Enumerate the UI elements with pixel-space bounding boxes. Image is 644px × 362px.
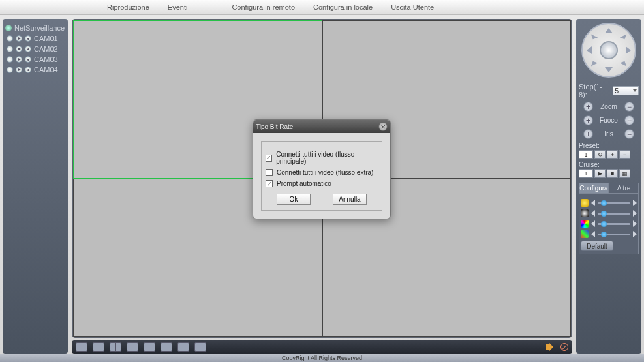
camera-label: CAM04 (34, 66, 58, 74)
dialog-titlebar[interactable]: Tipo Bit Rate ✕ (253, 120, 390, 133)
ptz-down[interactable] (605, 67, 613, 72)
default-button[interactable]: Default (581, 241, 613, 251)
ok-button[interactable]: Ok (277, 194, 311, 205)
cruise-stop-icon[interactable]: ■ (607, 169, 618, 178)
record-icon[interactable] (25, 35, 31, 42)
mute-icon[interactable] (560, 343, 568, 351)
record-all-icon[interactable] (177, 342, 189, 352)
ptz-up-left[interactable] (591, 33, 598, 39)
iris-close-button[interactable]: − (624, 129, 634, 139)
option-extra-label: Connetti tutti i video (flusso extra) (277, 169, 373, 176)
brightness-slider[interactable] (598, 202, 630, 204)
preset-refresh-icon[interactable]: ↻ (594, 150, 606, 159)
iris-label: Iris (597, 130, 621, 138)
snapshot-icon[interactable] (161, 342, 172, 352)
step-select[interactable]: 5 (613, 86, 639, 95)
hue-slider[interactable] (598, 234, 630, 235)
ptz-right[interactable] (626, 46, 631, 54)
zoom-label: Zoom (597, 103, 621, 110)
bitrate-dialog: Tipo Bit Rate ✕ ✓ Connetti tutti i video… (253, 119, 391, 219)
checkbox-auto-prompt[interactable]: ✓ (266, 180, 273, 187)
preset-value[interactable]: 1 (579, 150, 593, 159)
hue-inc[interactable] (633, 231, 637, 237)
footer: CopyRight All Rights Reserved (0, 354, 644, 362)
saturation-dec[interactable] (591, 220, 595, 227)
contrast-inc[interactable] (633, 210, 637, 217)
ptz-down-left[interactable] (591, 61, 598, 68)
iris-open-button[interactable]: + (583, 129, 593, 139)
cancel-button[interactable]: Annulla (333, 194, 367, 205)
dialog-title: Tipo Bit Rate (256, 123, 293, 130)
focus-label: Fuoco (597, 117, 621, 124)
hue-icon (581, 230, 589, 238)
brightness-dec[interactable] (591, 200, 595, 206)
ptz-down-right[interactable] (620, 61, 626, 68)
record-icon[interactable] (25, 56, 31, 63)
tab-configure[interactable]: Configura (579, 183, 609, 193)
camera-label: CAM03 (34, 55, 58, 63)
camera-item[interactable]: CAM01 (5, 33, 65, 44)
cruise-value[interactable]: 1 (579, 169, 593, 178)
camera-item[interactable]: CAM04 (5, 65, 65, 75)
step-label: Step(1-8): (579, 83, 610, 98)
ptz-left[interactable] (587, 46, 592, 54)
cruise-play-icon[interactable]: ▶ (594, 169, 606, 178)
play-icon[interactable] (16, 46, 22, 52)
camera-item[interactable]: CAM03 (5, 54, 65, 65)
preset-add-icon[interactable]: + (607, 150, 618, 159)
zoom-out-button[interactable]: − (624, 102, 634, 112)
camera-item[interactable]: CAM02 (5, 44, 65, 54)
contrast-slider[interactable] (598, 213, 630, 215)
zoom-in-button[interactable]: + (583, 102, 593, 112)
menu-playback[interactable]: Riproduzione (98, 0, 159, 14)
menu-events[interactable]: Eventi (159, 0, 197, 14)
ptz-up[interactable] (605, 28, 613, 33)
saturation-icon (581, 220, 589, 228)
checkbox-extra-stream[interactable] (266, 169, 273, 176)
checkbox-main-stream[interactable]: ✓ (266, 155, 272, 162)
option-main-label: Connetti tutti i video (flusso principal… (276, 151, 378, 165)
volume-icon[interactable] (546, 342, 555, 352)
hue-dec[interactable] (591, 231, 595, 237)
camera-label: CAM01 (34, 35, 58, 42)
play-icon[interactable] (16, 56, 22, 63)
menu-local-config[interactable]: Configura in locale (304, 0, 382, 14)
close-icon[interactable]: ✕ (378, 122, 388, 131)
play-icon[interactable] (16, 67, 22, 73)
menu-logout[interactable]: Uscita Utente (382, 0, 443, 14)
focus-out-button[interactable]: − (624, 115, 634, 125)
option-prompt-label: Prompt automatico (277, 180, 331, 187)
brightness-inc[interactable] (633, 200, 637, 206)
menu-remote-config[interactable]: Configura in remoto (222, 0, 304, 14)
device-root-label: NetSurveillance (14, 24, 65, 32)
device-root[interactable]: NetSurveillance (5, 23, 65, 33)
step-value: 5 (615, 87, 619, 95)
focus-in-button[interactable]: + (583, 115, 593, 125)
layout-16-icon[interactable] (144, 342, 155, 352)
top-menu: Riproduzione Eventi Configura in remoto … (0, 0, 644, 15)
ptz-up-right[interactable] (620, 33, 626, 39)
device-tree: NetSurveillance CAM01 CAM02 CAM03 CAM04 (3, 19, 68, 354)
stop-all-icon[interactable] (194, 342, 206, 352)
cruise-grid-icon[interactable]: ▦ (619, 169, 630, 178)
layout-4-icon[interactable] (110, 342, 121, 352)
preset-remove-icon[interactable]: − (619, 150, 630, 159)
ptz-center[interactable] (600, 41, 618, 59)
record-icon[interactable] (25, 67, 31, 73)
play-icon[interactable] (16, 35, 22, 42)
status-dot-icon (7, 67, 13, 73)
status-dot-icon (7, 46, 13, 52)
saturation-slider[interactable] (598, 223, 630, 225)
color-config-body: Default (579, 193, 639, 254)
tab-other[interactable]: Altre (609, 183, 639, 193)
record-icon[interactable] (25, 46, 31, 52)
fullscreen-icon[interactable] (76, 342, 87, 352)
layout-9-icon[interactable] (127, 342, 138, 352)
layout-1-icon[interactable] (93, 342, 104, 352)
view-toolbar (72, 340, 572, 354)
ptz-panel: Step(1-8): 5 + Zoom − + Fuoco − + Iris −… (576, 19, 641, 354)
ptz-dial (581, 23, 636, 78)
preset-label: Preset: (579, 142, 639, 149)
saturation-inc[interactable] (633, 220, 637, 227)
contrast-dec[interactable] (591, 210, 595, 217)
